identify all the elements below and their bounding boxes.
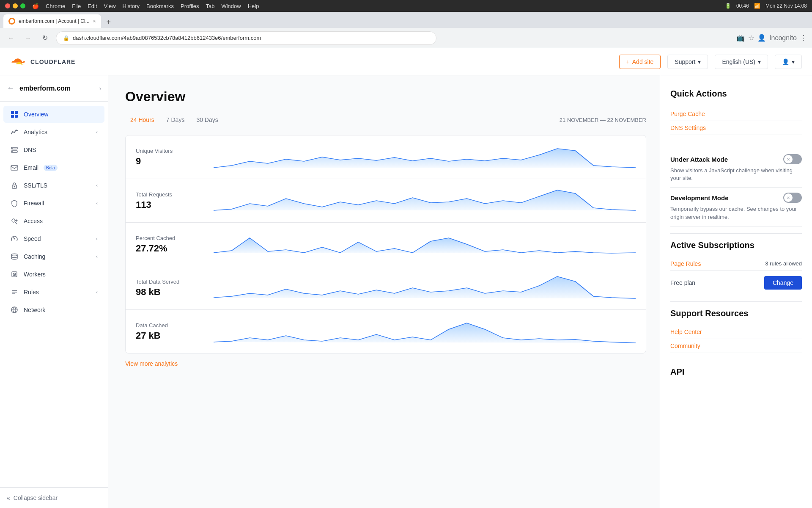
filter-7d-button[interactable]: 7 Days — [161, 115, 190, 125]
forward-button[interactable]: → — [22, 32, 34, 44]
sidebar-item-dns[interactable]: DNS — [3, 141, 104, 158]
url-input[interactable]: 🔒 dash.cloudflare.com/4ab9ad0876532cb78a… — [56, 31, 436, 45]
help-center-link[interactable]: Help Center — [670, 325, 802, 339]
sidebar-item-access[interactable]: Access — [3, 213, 104, 229]
cloudflare-top-nav: CLOUDFLARE + Add site Support ▾ English … — [0, 48, 812, 75]
view-more-analytics-link[interactable]: View more analytics — [125, 360, 646, 367]
back-button[interactable]: ← — [5, 32, 17, 44]
total-data-served-value: 98 kB — [136, 287, 203, 298]
plus-icon: + — [626, 58, 630, 65]
mac-file-menu[interactable]: File — [72, 3, 81, 9]
community-link[interactable]: Community — [670, 339, 802, 353]
sidebar-item-ssl-tls[interactable]: SSL/TLS ‹ — [3, 177, 104, 194]
mac-profiles-menu[interactable]: Profiles — [181, 3, 199, 9]
close-dot[interactable] — [5, 3, 10, 8]
support-label: Support — [675, 58, 695, 65]
sidebar-dns-label: DNS — [24, 146, 36, 153]
svg-rect-1 — [11, 111, 14, 114]
maximize-dot[interactable] — [20, 3, 25, 8]
reload-button[interactable]: ↻ — [39, 32, 51, 44]
datetime: Mon 22 Nov 14:08 — [765, 3, 807, 9]
percent-cached-row: Percent Cached 27.72% — [126, 223, 646, 266]
speed-chevron-icon: ‹ — [96, 236, 98, 242]
mac-chrome-menu[interactable]: Chrome — [46, 3, 65, 9]
overview-icon — [10, 110, 19, 119]
support-resources-title: Support Resources — [670, 309, 802, 318]
collapse-icon: « — [7, 494, 10, 501]
window-controls[interactable] — [5, 3, 25, 8]
mac-tab-menu[interactable]: Tab — [206, 3, 214, 9]
sidebar-item-speed[interactable]: Speed ‹ — [3, 230, 104, 247]
add-site-button[interactable]: + Add site — [619, 55, 661, 69]
cloudflare-logo: CLOUDFLARE — [10, 56, 75, 68]
sidebar-domain-chevron-icon[interactable]: › — [99, 85, 101, 92]
incognito-icon[interactable]: 👤 — [757, 34, 766, 42]
page-rules-link[interactable]: Page Rules — [670, 260, 701, 267]
under-attack-mode: Under Attack Mode ✕ Show visitors a Java… — [670, 149, 802, 188]
rules-chevron-icon: ‹ — [96, 289, 98, 295]
battery-icon: 🔋 — [725, 3, 731, 9]
data-cached-value: 27 kB — [136, 330, 203, 341]
svg-point-13 — [14, 238, 15, 240]
sidebar-back-button[interactable]: ← — [7, 84, 14, 93]
mac-apple-menu[interactable]: 🍎 — [32, 3, 39, 9]
development-mode-header: Development Mode ✕ — [670, 193, 802, 203]
sidebar-item-rules[interactable]: Rules ‹ — [3, 284, 104, 301]
account-icon: 👤 — [782, 58, 789, 65]
page-wrapper: CLOUDFLARE + Add site Support ▾ English … — [0, 48, 812, 508]
filter-24h-button[interactable]: 24 Hours — [125, 115, 159, 125]
mac-edit-menu[interactable]: Edit — [88, 3, 97, 9]
sidebar-item-firewall[interactable]: Firewall ‹ — [3, 195, 104, 212]
svg-point-17 — [14, 274, 15, 275]
sidebar-item-analytics[interactable]: Analytics ‹ — [3, 124, 104, 141]
bookmark-icon[interactable]: ☆ — [748, 34, 754, 42]
mac-view-menu[interactable]: View — [104, 3, 116, 9]
filter-30d-button[interactable]: 30 Days — [191, 115, 223, 125]
collapse-sidebar-button[interactable]: « Collapse sidebar — [7, 494, 101, 501]
total-requests-label-block: Total Requests 113 — [136, 191, 203, 210]
stats-container: Unique Visitors 9 Tota — [125, 135, 646, 353]
sidebar-analytics-label: Analytics — [24, 129, 47, 135]
language-button[interactable]: English (US) ▾ — [715, 55, 768, 69]
unique-visitors-chart — [214, 142, 636, 172]
content-area: Overview 24 Hours 7 Days 30 Days 21 NOVE… — [108, 75, 812, 508]
caching-icon — [10, 252, 19, 261]
change-plan-button[interactable]: Change — [764, 276, 802, 290]
active-tab[interactable]: emberform.com | Account | Cl... × — [3, 14, 101, 28]
sidebar-item-overview[interactable]: Overview — [3, 106, 104, 123]
under-attack-toggle-knob: ✕ — [784, 155, 793, 163]
sidebar-item-caching[interactable]: Caching ‹ — [3, 248, 104, 265]
support-button[interactable]: Support ▾ — [667, 55, 708, 69]
mac-bookmarks-menu[interactable]: Bookmarks — [146, 3, 174, 9]
cast-icon[interactable]: 📺 — [736, 34, 745, 42]
sidebar-ssl-label: SSL/TLS — [24, 182, 47, 189]
language-label: English (US) — [722, 58, 755, 65]
mac-history-menu[interactable]: History — [123, 3, 140, 9]
development-mode-toggle[interactable]: ✕ — [783, 193, 802, 203]
sidebar-item-workers[interactable]: Workers — [3, 266, 104, 283]
data-cached-label: Data Cached — [136, 322, 203, 329]
quick-actions-title: Quick Actions — [670, 89, 802, 99]
total-requests-label: Total Requests — [136, 191, 203, 198]
caching-chevron-icon: ‹ — [96, 254, 98, 260]
minimize-dot[interactable] — [13, 3, 18, 8]
under-attack-toggle[interactable]: ✕ — [783, 154, 802, 164]
analytics-icon — [10, 128, 19, 136]
menu-icon[interactable]: ⋮ — [800, 34, 807, 42]
svg-point-7 — [12, 148, 13, 149]
tab-close-button[interactable]: × — [93, 18, 96, 24]
sidebar-item-email[interactable]: Email Beta — [3, 159, 104, 176]
svg-point-14 — [11, 254, 17, 256]
sidebar-item-network[interactable]: Network — [3, 301, 104, 318]
account-button[interactable]: 👤 ▾ — [775, 55, 802, 69]
dns-settings-link[interactable]: DNS Settings — [670, 121, 802, 135]
sidebar-access-label: Access — [24, 218, 43, 224]
percent-cached-chart — [214, 229, 636, 259]
new-tab-button[interactable]: + — [103, 16, 115, 28]
mac-help-menu[interactable]: Help — [248, 3, 259, 9]
sidebar-workers-label: Workers — [24, 271, 46, 278]
mac-window-menu[interactable]: Window — [221, 3, 241, 9]
purge-cache-link[interactable]: Purge Cache — [670, 107, 802, 121]
data-cached-chart — [214, 317, 636, 346]
total-data-served-label: Total Data Served — [136, 279, 203, 285]
